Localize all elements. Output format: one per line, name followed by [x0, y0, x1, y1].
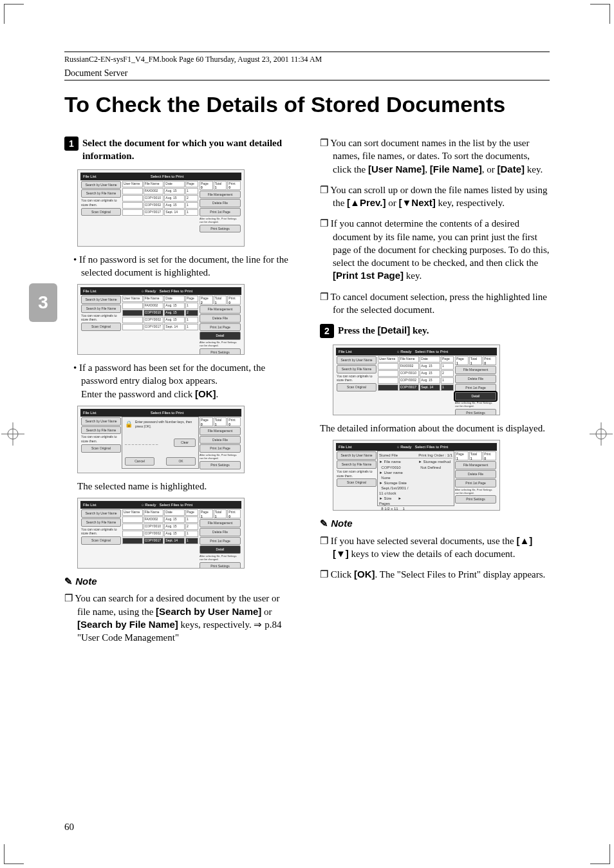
- note-click-ok: Click [OK]. The "Select Files to Print" …: [320, 568, 550, 581]
- book-header-line: RussianC2-EN-sysF1_V4_FM.book Page 60 Th…: [64, 52, 550, 64]
- note-heading-right: Note: [320, 517, 550, 530]
- screen-password-dialog: File ListSelect Files to Print Search by…: [77, 406, 245, 473]
- note-search-by: You can search for a desired document by…: [64, 592, 294, 644]
- right-column: You can sort document names in the list …: [320, 137, 550, 652]
- note-cancel-selection: To cancel document selection, press the …: [320, 290, 550, 317]
- section-label: Document Server: [64, 68, 550, 80]
- registration-mark-right: [590, 422, 613, 446]
- chapter-tab: 3: [29, 283, 57, 322]
- screen-file-list-highlighted-2: File List○ Ready Select Files to Print S…: [77, 498, 245, 569]
- note-heading-left: Note: [64, 575, 294, 588]
- crop-mark-bl: [4, 844, 24, 864]
- page-number: 60: [64, 822, 74, 833]
- crop-mark-tr: [590, 4, 610, 24]
- bullet-no-password: If no password is set for the document, …: [73, 253, 294, 279]
- screen-file-list-highlighted: File List○ Ready Select Files to Print S…: [77, 284, 245, 355]
- screen-file-list-initial: File ListSelect Files to Print Search by…: [77, 169, 245, 247]
- detail-info-text: The detailed information about the docum…: [320, 422, 550, 435]
- selected-name-highlighted: The selected name is highlighted.: [77, 480, 294, 493]
- page-title: To Check the Details of Stored Documents: [64, 92, 550, 117]
- screen-detail-key: File List○ Ready Select Files to Print S…: [333, 344, 500, 415]
- note-print-1st: If you cannot determine the contents of …: [320, 217, 550, 282]
- note-several-docs: If you have selected several documents, …: [320, 534, 550, 561]
- bullet-password-set: If a password has been set for the docum…: [73, 361, 294, 401]
- step-2-text: Press the [Detail] key.: [338, 324, 550, 338]
- registration-mark-left: [1, 422, 24, 446]
- step-number-1: 1: [64, 137, 79, 151]
- step-1-text: Select the document for which you want d…: [82, 137, 294, 163]
- note-scroll: You can scroll up or down the file names…: [320, 184, 550, 210]
- left-column: 1 Select the document for which you want…: [64, 137, 294, 652]
- step-number-2: 2: [320, 324, 334, 338]
- note-sort: You can sort document names in the list …: [320, 137, 550, 176]
- screen-detail-view: File List○ Ready Select Files to Print S…: [333, 440, 500, 511]
- crop-mark-br: [590, 844, 610, 864]
- crop-mark-tl: [4, 4, 24, 24]
